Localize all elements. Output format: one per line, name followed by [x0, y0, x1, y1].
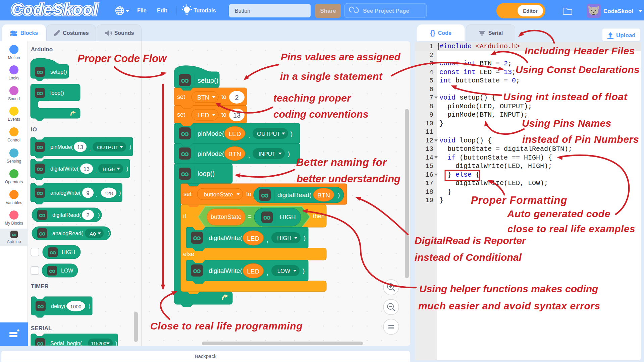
svg-text:): ) [119, 190, 121, 196]
svg-text:∞: ∞ [37, 164, 43, 174]
svg-text:digitalRead(: digitalRead( [52, 212, 81, 218]
svg-text:INPUT: INPUT [259, 151, 276, 157]
svg-text:digitalWrite(: digitalWrite( [209, 234, 243, 241]
svg-text:LOW: LOW [277, 268, 290, 274]
svg-text:2: 2 [87, 213, 90, 218]
svg-text:): ) [108, 231, 110, 236]
svg-text:loop(): loop() [50, 90, 64, 96]
svg-text:,: , [267, 236, 268, 243]
svg-text:to: to [221, 111, 226, 118]
svg-text:1000: 1000 [70, 304, 81, 309]
svg-text:128: 128 [104, 190, 113, 196]
svg-text:13: 13 [77, 144, 83, 150]
svg-text:set: set [177, 94, 185, 100]
svg-text:∞: ∞ [37, 188, 43, 198]
svg-text:buttonState: buttonState [211, 214, 241, 220]
svg-text:setup(): setup() [50, 69, 67, 75]
svg-text:digitalRead(: digitalRead( [277, 191, 312, 198]
svg-text:BTN: BTN [317, 192, 330, 199]
svg-text:else: else [183, 251, 194, 257]
svg-text:LOW: LOW [61, 268, 73, 274]
svg-text:∞: ∞ [193, 264, 201, 277]
svg-text:): ) [129, 144, 131, 150]
svg-text:buttonState: buttonState [204, 191, 233, 198]
svg-text:∞: ∞ [181, 167, 189, 180]
svg-text:set: set [183, 191, 192, 197]
svg-text:): ) [290, 130, 292, 137]
svg-text:delay(: delay( [51, 303, 66, 309]
svg-text:to: to [221, 94, 226, 100]
svg-text:∞: ∞ [37, 88, 43, 98]
svg-text:,: , [96, 192, 97, 197]
svg-text:∞: ∞ [181, 127, 189, 140]
svg-text:HIGH: HIGH [277, 235, 291, 241]
svg-text:LED: LED [197, 112, 209, 119]
svg-text:digitalWrite(: digitalWrite( [50, 166, 79, 172]
svg-text:HIGH: HIGH [62, 249, 75, 255]
svg-text:,: , [95, 168, 97, 173]
svg-text:A0: A0 [90, 231, 96, 237]
svg-text:if: if [183, 213, 186, 220]
svg-text:∞: ∞ [37, 142, 43, 152]
svg-text:∞: ∞ [37, 67, 43, 77]
svg-text:∞: ∞ [49, 266, 55, 276]
svg-text:HIGH: HIGH [280, 214, 296, 221]
svg-text:pinMode(: pinMode( [198, 130, 224, 137]
svg-text:OUTPUT: OUTPUT [97, 144, 118, 150]
svg-text:,: , [267, 269, 268, 276]
svg-text:digitalWrite(: digitalWrite( [209, 267, 243, 274]
svg-text:Serial_begin(: Serial_begin( [50, 341, 82, 347]
svg-text:): ) [288, 150, 290, 157]
svg-text:analogWrite(: analogWrite( [50, 190, 81, 196]
svg-text:BTN: BTN [197, 94, 209, 101]
svg-text:loop(): loop() [198, 170, 215, 177]
svg-text:LED: LED [229, 130, 241, 137]
svg-text:pinMode(: pinMode( [50, 144, 73, 150]
svg-text:): ) [303, 267, 305, 274]
svg-text:∞: ∞ [50, 247, 56, 257]
svg-text:OUTPUT: OUTPUT [257, 131, 280, 137]
svg-text:LED: LED [247, 235, 260, 242]
svg-text:): ) [126, 166, 128, 172]
svg-text:∞: ∞ [39, 228, 46, 239]
svg-text:pinMode(: pinMode( [198, 150, 224, 157]
svg-text:∞: ∞ [263, 211, 271, 223]
svg-text:HIGH: HIGH [103, 166, 116, 172]
svg-text:): ) [115, 340, 117, 347]
svg-text:): ) [338, 191, 340, 198]
svg-text:,: , [89, 146, 91, 152]
svg-text:analogRead(: analogRead( [52, 231, 83, 236]
svg-text:,: , [248, 132, 250, 139]
svg-text:): ) [304, 234, 306, 241]
svg-text:LED: LED [247, 268, 260, 275]
svg-text:setup(): setup() [198, 77, 218, 84]
svg-text:to: to [246, 191, 251, 197]
svg-text:∞: ∞ [37, 301, 44, 311]
svg-text:2: 2 [235, 94, 238, 101]
svg-text:∞: ∞ [181, 74, 189, 86]
svg-text:set: set [177, 111, 185, 118]
svg-text:∞: ∞ [39, 210, 46, 220]
svg-text:∞: ∞ [37, 338, 44, 349]
svg-text:,: , [248, 152, 250, 159]
svg-text:13: 13 [84, 166, 90, 172]
svg-text:115200: 115200 [91, 341, 106, 346]
svg-text:∞: ∞ [261, 189, 269, 201]
svg-text:∞: ∞ [193, 231, 201, 244]
svg-text:BTN: BTN [228, 150, 241, 158]
svg-text:=: = [248, 213, 252, 220]
svg-text:): ) [98, 212, 100, 218]
svg-text:∞: ∞ [181, 147, 189, 160]
svg-text:9: 9 [87, 190, 90, 196]
svg-text:): ) [89, 303, 90, 309]
